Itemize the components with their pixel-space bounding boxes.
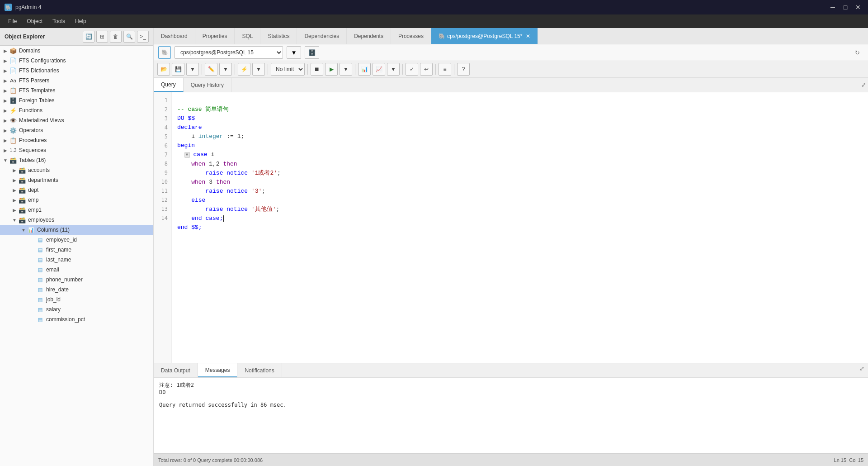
tree-item-phone-number[interactable]: ▤ phone_number (0, 275, 153, 285)
ftsdict-icon: 📄 (9, 67, 17, 75)
tree-item-fts-dict[interactable]: ▶ 📄 FTS Dictionaries (0, 66, 153, 76)
tree-item-employee-id[interactable]: ▤ employee_id (0, 235, 153, 245)
menu-file[interactable]: File (4, 16, 21, 26)
connection-db-btn[interactable]: 🗄️ (305, 46, 319, 59)
tab-query-history[interactable]: Query History (184, 78, 231, 92)
tab-query-active[interactable]: 🐘 cps/postgres@PostgreSQL 15* ✕ (431, 28, 538, 44)
jobid-icon: ▤ (36, 295, 44, 304)
tree-item-emp[interactable]: ▶ 🗃️ emp (0, 195, 153, 205)
tab-data-output[interactable]: Data Output (154, 363, 198, 377)
code-line-11: else (177, 197, 205, 204)
explain-dropdown-btn[interactable]: ▼ (387, 63, 400, 76)
run-btn[interactable]: ▶ (325, 63, 338, 76)
tab-dependencies[interactable]: Dependencies (297, 28, 347, 44)
tab-close-btn[interactable]: ✕ (526, 33, 530, 39)
minimize-button[interactable]: ─ (827, 2, 838, 13)
code-content[interactable]: -- case 简单语句 DO $$ declare i integer := … (172, 92, 868, 363)
commit-btn[interactable]: ✓ (406, 63, 418, 76)
save-dropdown-btn[interactable]: ▼ (186, 63, 199, 76)
tab-sql[interactable]: SQL (235, 28, 260, 44)
tree-item-first-name[interactable]: ▤ first_name (0, 245, 153, 255)
tree-item-foreign-tables[interactable]: ▶ 🗄️ Foreign Tables (0, 95, 153, 105)
matviews-icon: 👁️ (9, 116, 17, 124)
explorer-search-btn[interactable]: 🔍 (123, 31, 135, 43)
tree-item-functions[interactable]: ▶ ⚡ Functions (0, 105, 153, 115)
tree-item-dept[interactable]: ▶ 🗃️ dept (0, 185, 153, 195)
maximize-button[interactable]: □ (840, 2, 851, 13)
explain-btn[interactable]: 📊 (358, 63, 371, 76)
tree-item-tables[interactable]: ▼ 🗃️ Tables (16) (0, 155, 153, 165)
edit-dropdown-btn[interactable]: ▼ (219, 63, 232, 76)
tree-item-job-id[interactable]: ▤ job_id (0, 295, 153, 304)
emp-icon: 🗃️ (18, 196, 26, 204)
filter-dropdown-btn[interactable]: ▼ (252, 63, 265, 76)
email-label: email (46, 266, 59, 273)
tab-processes[interactable]: Processes (391, 28, 431, 44)
help-btn[interactable]: ? (457, 63, 470, 76)
filter-btn[interactable]: ⚡ (238, 63, 250, 76)
tree-item-employees[interactable]: ▼ 🗃️ employees (0, 215, 153, 225)
menu-object[interactable]: Object (22, 16, 47, 26)
explain-analyze-btn[interactable]: 📈 (373, 63, 385, 76)
sep-7 (435, 64, 436, 75)
close-button[interactable]: ✕ (853, 2, 863, 13)
explorer-tree: ▶ 📦 Domains ▶ 📄 FTS Configurations ▶ 📄 F… (0, 46, 153, 466)
expand-output-btn[interactable]: ⤢ (856, 363, 868, 377)
tree-item-salary[interactable]: ▤ salary (0, 304, 153, 314)
line-4: 4 (154, 123, 171, 132)
explorer-delete-btn[interactable]: 🗑 (110, 31, 122, 43)
refresh-btn[interactable]: ↻ (851, 46, 863, 59)
tree-item-operators[interactable]: ▶ ⚙️ Operators (0, 125, 153, 135)
explorer-refresh-btn[interactable]: 🔄 (83, 31, 94, 43)
open-file-btn[interactable]: 📂 (157, 63, 170, 76)
tree-item-commission-pct[interactable]: ▤ commission_pct (0, 314, 153, 324)
tab-notifications[interactable]: Notifications (237, 363, 282, 377)
run-dropdown-btn[interactable]: ▼ (340, 63, 352, 76)
code-line-12: raise notice '其他值'; (177, 206, 279, 213)
tab-properties[interactable]: Properties (195, 28, 235, 44)
sep-5 (355, 64, 355, 75)
macros-btn[interactable]: ≡ (439, 63, 451, 76)
tree-item-columns[interactable]: ▼ 📊 Columns (11) (0, 225, 153, 235)
tab-dependents[interactable]: Dependents (347, 28, 391, 44)
connection-icon-btn[interactable]: 🐘 (158, 46, 171, 59)
tab-messages[interactable]: Messages (198, 363, 238, 377)
save-btn[interactable]: 💾 (172, 63, 184, 76)
tables-icon: 🗃️ (9, 156, 17, 164)
tree-item-hire-date[interactable]: ▤ hire_date (0, 285, 153, 295)
explorer-grid-btn[interactable]: ⊞ (96, 31, 108, 43)
tree-item-last-name[interactable]: ▤ last_name (0, 255, 153, 265)
tree-item-procedures[interactable]: ▶ 📋 Procedures (0, 135, 153, 145)
tree-item-email[interactable]: ▤ email (0, 265, 153, 275)
edit-btn[interactable]: ✏️ (205, 63, 217, 76)
tab-dashboard[interactable]: Dashboard (154, 28, 195, 44)
expand-icon-ftsconf: ▶ (2, 58, 9, 63)
expand-icon-ftstemplates: ▶ (2, 88, 9, 93)
tree-item-accounts[interactable]: ▶ 🗃️ accounts (0, 165, 153, 175)
line-2: 2 (154, 105, 171, 114)
menu-tools[interactable]: Tools (48, 16, 70, 26)
code-editor[interactable]: 1 2 3 4 5 6 7 8 9 10 11 12 13 14 -- case… (154, 92, 868, 363)
tree-item-fts-parsers[interactable]: ▶ Aa FTS Parsers (0, 76, 153, 86)
expand-icon-ftsdict: ▶ (2, 68, 9, 73)
tree-item-fts-conf[interactable]: ▶ 📄 FTS Configurations (0, 56, 153, 66)
tree-item-domains[interactable]: ▶ 📦 Domains (0, 46, 153, 56)
tab-statistics[interactable]: Statistics (260, 28, 297, 44)
connection-dropdown-btn[interactable]: ▼ (287, 46, 301, 59)
connection-select[interactable]: cps/postgres@PostgreSQL 15 (175, 46, 283, 59)
tree-item-sequences[interactable]: ▶ 1.3 Sequences (0, 145, 153, 155)
tree-item-fts-templates[interactable]: ▶ 📋 FTS Templates (0, 86, 153, 95)
tree-item-mat-views[interactable]: ▶ 👁️ Materialized Views (0, 115, 153, 125)
limit-select[interactable]: No limit 100 500 1000 (271, 63, 305, 76)
stop-btn[interactable]: ⏹ (311, 63, 323, 76)
domains-label: Domains (19, 48, 40, 54)
tab-query[interactable]: Query (154, 78, 184, 92)
expand-editor-btn[interactable]: ⤢ (859, 78, 868, 92)
tree-item-departments[interactable]: ▶ 🗃️ departments (0, 175, 153, 185)
sep-1 (202, 64, 202, 75)
explorer-terminal-btn[interactable]: >_ (137, 31, 149, 43)
menu-help[interactable]: Help (71, 16, 91, 26)
firstname-icon: ▤ (36, 246, 44, 254)
rollback-btn[interactable]: ↩ (420, 63, 433, 76)
tree-item-emp1[interactable]: ▶ 🗃️ emp1 (0, 205, 153, 215)
